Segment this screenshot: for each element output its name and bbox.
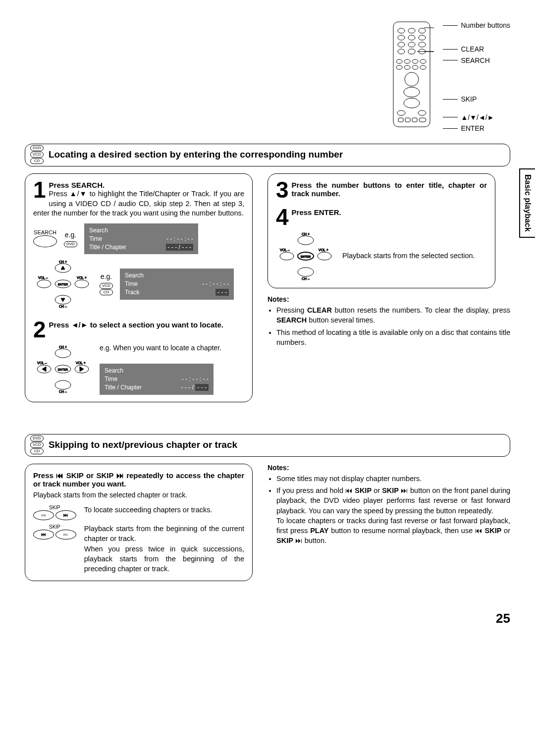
disc-tag-cd-2: CD: [30, 448, 44, 454]
disc-tag-vcd-2: VCD: [30, 442, 44, 448]
s2-note2: If you press and hold ⏮ SKIP or SKIP ⏭ b…: [276, 486, 510, 546]
svg-point-48: [55, 349, 71, 358]
search-button-icon: [33, 235, 57, 247]
page-number: 25: [25, 611, 510, 626]
skip-instruction: Press ⏮ SKIP or SKIP ⏭ repeatedly to acc…: [33, 471, 244, 488]
svg-marker-53: [42, 367, 46, 372]
svg-line-32: [425, 52, 434, 59]
dpad-up-down-icon: CH + CH – VOL – VOL + ENTER: [33, 259, 93, 309]
svg-rect-28: [412, 118, 417, 122]
skip-desc-prev1: Playback starts from the beginning of th…: [84, 524, 244, 544]
svg-point-18: [404, 65, 410, 69]
remote-label-enter: ENTER: [461, 123, 484, 134]
svg-marker-56: [80, 367, 84, 372]
step3-title: Press the number buttons to enter title,…: [276, 181, 487, 198]
section1-title: Locating a desired section by entering t…: [49, 149, 343, 160]
svg-point-64: [280, 252, 294, 260]
section2-header: DVD VCD CD Skipping to next/previous cha…: [25, 434, 510, 457]
osd-dvd: Search Time- - : - - : - - Title / Chapt…: [84, 223, 198, 254]
svg-text:ENTER: ENTER: [58, 368, 68, 371]
svg-point-8: [408, 42, 415, 47]
eg-label-1: e.g.: [64, 231, 77, 239]
section1-header: DVD VCD CD Locating a desired section by…: [25, 144, 510, 166]
svg-point-1: [398, 28, 405, 33]
svg-point-13: [396, 59, 402, 63]
disc-tag-dvd-2: DVD: [30, 435, 44, 441]
svg-point-15: [412, 59, 418, 63]
skip-desc-next: To locate succeeding chapters or tracks.: [84, 505, 244, 515]
skip-next-dim-icon: ⏭: [55, 530, 76, 540]
skip-desc-prev2: When you press twice in quick succession…: [84, 544, 244, 574]
svg-point-44: [75, 280, 89, 288]
svg-point-3: [419, 28, 426, 33]
step4-title: Press ENTER.: [276, 208, 487, 216]
svg-text:ENTER: ENTER: [58, 283, 68, 286]
svg-point-25: [418, 110, 426, 115]
disc-tag-cd: CD: [30, 158, 44, 164]
step4-number: 4: [276, 208, 289, 226]
dpad-left-right-icon: CH + CH – VOL – VOL + ENTER: [33, 344, 93, 394]
osd-vcd: Search Time- - : - - : - - Track- - -: [120, 269, 234, 299]
svg-text:CH –: CH –: [59, 390, 67, 393]
step2-title: Press ◄/► to select a section you want t…: [33, 321, 244, 329]
osd-step2: Search Time- - : - - : - - Title / Chapt…: [100, 364, 214, 394]
notes1-heading: Notes:: [268, 295, 510, 303]
svg-text:CH –: CH –: [302, 277, 310, 280]
svg-point-10: [398, 49, 405, 54]
s2-note1: Some titles may not display chapter numb…: [276, 474, 510, 484]
svg-text:VOL –: VOL –: [280, 248, 290, 252]
svg-text:VOL –: VOL –: [37, 361, 47, 365]
svg-point-19: [412, 65, 418, 69]
remote-label-search: SEARCH: [461, 55, 489, 66]
disc-dvd-tag: DVD: [64, 241, 77, 247]
step1-number: 1: [33, 181, 46, 199]
note2: This method of locating a title is avail…: [276, 327, 510, 348]
disc-vcd-tag: VCD: [100, 283, 113, 289]
disc-tag-vcd: VCD: [30, 152, 44, 158]
svg-marker-38: [61, 266, 65, 270]
svg-point-5: [408, 35, 415, 40]
svg-point-14: [404, 59, 410, 63]
svg-point-9: [419, 42, 426, 47]
svg-point-17: [396, 65, 402, 69]
skip-prev-icon: ⏮: [33, 530, 54, 540]
svg-rect-27: [405, 118, 410, 122]
svg-point-24: [397, 110, 405, 115]
svg-text:VOL +: VOL +: [76, 361, 86, 365]
svg-rect-29: [419, 118, 426, 122]
side-tab: Basic playback: [519, 168, 535, 238]
search-label: SEARCH: [33, 229, 57, 235]
notes2-heading: Notes:: [268, 464, 510, 472]
remote-label-arrows: ▲/▼/◄/►: [461, 112, 494, 123]
svg-point-4: [398, 35, 405, 40]
skip-next-icon: ⏭: [55, 510, 76, 520]
svg-point-62: [298, 268, 314, 276]
svg-marker-41: [61, 298, 65, 302]
svg-point-21: [405, 72, 419, 86]
svg-text:CH +: CH +: [302, 232, 310, 236]
skip-label-bottom: SKIP: [33, 524, 76, 530]
remote-diagram: [389, 20, 434, 129]
skip-body2: Playback starts from the selected chapte…: [33, 491, 244, 499]
svg-point-50: [55, 380, 71, 389]
svg-text:VOL +: VOL +: [319, 248, 328, 252]
step1-title: Press SEARCH.: [33, 181, 244, 189]
svg-point-60: [298, 236, 314, 245]
svg-text:CH +: CH +: [59, 260, 67, 264]
step2-eg: e.g. When you want to locate a chapter.: [100, 344, 244, 352]
skip-prev-dim-icon: ⏮: [33, 510, 54, 520]
svg-point-6: [419, 35, 426, 40]
step2-number: 2: [33, 321, 46, 339]
step3-number: 3: [276, 181, 289, 199]
skip-label-top: SKIP: [33, 505, 76, 510]
remote-label-skip: SKIP: [461, 94, 477, 105]
svg-point-7: [398, 42, 405, 47]
disc-cd-tag: CD: [100, 289, 113, 295]
svg-point-20: [420, 65, 426, 69]
svg-text:CH –: CH –: [59, 305, 67, 308]
svg-text:VOL +: VOL +: [77, 276, 87, 279]
dpad-enter-icon: CH + CH – VOL – VOL + ENTER: [276, 231, 335, 281]
eg-label-2: e.g.: [100, 272, 113, 280]
disc-tag-dvd: DVD: [30, 145, 44, 151]
svg-point-2: [408, 28, 415, 33]
